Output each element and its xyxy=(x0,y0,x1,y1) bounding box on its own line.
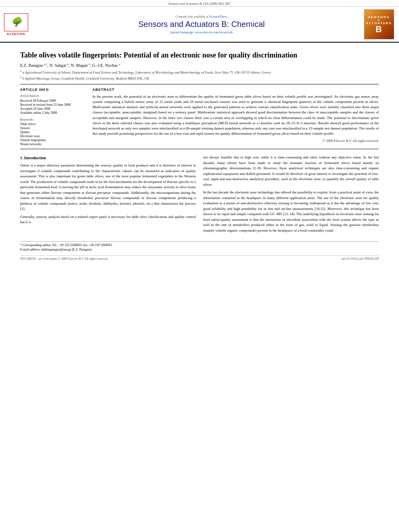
journal-citation: Sensors and Actuators B 134 (2008) 902–9… xyxy=(169,2,231,6)
tree-icon: 🌳 xyxy=(11,18,22,27)
revised-date: Received in revised form 23 June 2008 xyxy=(20,103,84,107)
affiliations: a a Agricultural University of Athens, D… xyxy=(20,69,379,81)
keyword-2: Quality xyxy=(20,130,84,134)
abstract-col: ABSTRACT In the present work, the potent… xyxy=(93,88,379,146)
journal-homepage: journal homepage: www.elsevier.com/locat… xyxy=(170,31,232,34)
sciencedirect-link[interactable]: ScienceDirect xyxy=(210,15,228,18)
journal-info: Contents lists available at ScienceDirec… xyxy=(43,9,360,39)
page-footer: 0925-4005/$ – see front matter © 2008 El… xyxy=(20,255,379,261)
copyright-line: © 2008 Elsevier B.V. All rights reserved… xyxy=(93,139,379,143)
received-date: Received 28 February 2008 xyxy=(20,99,84,103)
sensors-badge-area: SENSORS & AcTUAToRS B xyxy=(363,9,395,39)
footer-issn: 0925-4005/$ – see front matter © 2008 El… xyxy=(20,257,108,261)
elsevier-logo-area: 🌳 ELSEVIER xyxy=(4,9,40,39)
introduction-section: 1. Introduction Odour is a major olfacto… xyxy=(20,155,379,236)
elsevier-logo: 🌳 ELSEVIER xyxy=(4,13,28,36)
keyword-1: Sensors xyxy=(20,126,84,130)
available-date: Available online 2 July 2008 xyxy=(20,111,84,115)
keyword-5: Neural networks xyxy=(20,142,84,146)
journal-header: 🌳 ELSEVIER Contents lists available at S… xyxy=(0,7,399,43)
divider-top xyxy=(20,84,379,84)
elsevier-text: ELSEVIER xyxy=(7,32,25,36)
b-text: B xyxy=(376,25,383,34)
email-address: stathispanagou@aua.gr xyxy=(41,248,71,251)
journal-title: Sensors and Actuators B: Chemical xyxy=(138,20,265,29)
intro-col-right: not always feasible due to high cost, wh… xyxy=(203,155,379,236)
intro-para-4: In the last decade the electronic nose t… xyxy=(203,190,379,233)
author-list: E.Z. Panagou a,*, N. Sahgal b, N. Magan … xyxy=(20,63,120,68)
abstract-text: In the present work, the potential of an… xyxy=(93,94,379,136)
article-info-heading: ARTICLE INFO xyxy=(20,88,84,92)
authors: E.Z. Panagou a,*, N. Sahgal b, N. Magan … xyxy=(20,62,379,68)
accepted-date: Accepted 24 June 2008 xyxy=(20,107,84,111)
affiliation-a: a a Agricultural University of Athens, D… xyxy=(20,69,379,75)
logo-image: 🌳 xyxy=(4,13,28,31)
sensors-badge: SENSORS & AcTUAToRS B xyxy=(364,9,394,39)
history-label: Article history: xyxy=(20,94,84,98)
sciencedirect-line: Contents lists available at ScienceDirec… xyxy=(176,15,228,18)
article-info-col: ARTICLE INFO Article history: Received 2… xyxy=(20,88,84,146)
top-bar: Sensors and Actuators B 134 (2008) 902–9… xyxy=(0,0,399,7)
abstract-heading: ABSTRACT xyxy=(93,88,379,92)
footnote-star: * Corresponding author. Tel.: +30 210 52… xyxy=(20,243,379,247)
divider-mid xyxy=(20,149,379,149)
sensors-text: SENSORS xyxy=(368,15,389,19)
footer-doi: doi:10.1016/j.snb.2008.06.038 xyxy=(342,257,379,261)
intro-col-left: 1. Introduction Odour is a major olfacto… xyxy=(20,155,196,236)
intro-para-2: Generally, sensory analysis based on a t… xyxy=(20,214,196,225)
intro-section-title: 1. Introduction xyxy=(20,155,196,161)
footnotes: * Corresponding author. Tel.: +30 210 52… xyxy=(20,241,379,251)
email-name: (E.Z. Panagou). xyxy=(72,248,93,251)
keyword-0: Table olives xyxy=(20,122,84,126)
footnote-email: E-mail address: stathispanagou@aua.gr (E… xyxy=(20,248,379,251)
article-info-abstract: ARTICLE INFO Article history: Received 2… xyxy=(20,88,379,146)
paper-title: Table olives volatile fingerprints: Pote… xyxy=(20,51,379,60)
keywords-label: Keywords: xyxy=(20,118,84,121)
keyword-4: Volatile fingerprints xyxy=(20,138,84,142)
affiliation-b: b b Applied Mycology Group, Cranfield He… xyxy=(20,75,379,81)
intro-two-col: 1. Introduction Odour is a major olfacto… xyxy=(20,155,379,236)
intro-para-3: not always feasible due to high cost, wh… xyxy=(203,155,379,187)
main-content: Table olives volatile fingerprints: Pote… xyxy=(0,43,399,265)
intro-para-1: Odour is a major olfactory parameter det… xyxy=(20,163,196,212)
keyword-3: Electronic nose xyxy=(20,134,84,138)
